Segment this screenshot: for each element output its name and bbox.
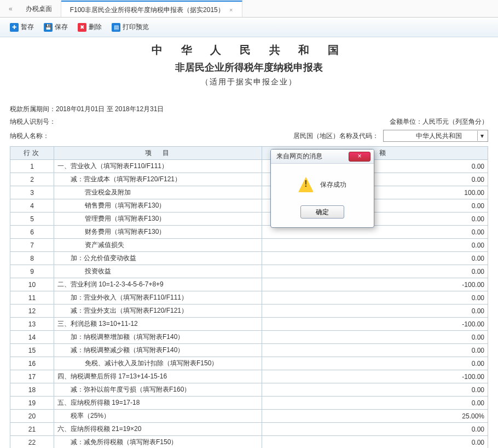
table-row: 12减：营业外支出（填写附表F120/F121）0.00: [10, 305, 488, 318]
row-number: 21: [10, 423, 54, 436]
row-number: 13: [10, 318, 54, 331]
row-number: 11: [10, 291, 54, 305]
table-row: 20税率（25%）25.00%: [10, 410, 488, 423]
taxpayer-id-label: 纳税人识别号：: [10, 117, 56, 127]
row-number: 20: [10, 410, 54, 423]
table-row: 15减：纳税调整减少额（填写附表F140）0.00: [10, 344, 488, 357]
taxpayer-id-row: 纳税人识别号： 金额单位：人民币元（列至角分）: [10, 117, 488, 127]
dialog-message: 保存成功: [320, 180, 346, 189]
tab-f100[interactable]: F100非居民企业所得税年度纳税申报表（据实2015） ×: [61, 1, 242, 17]
dayin-button[interactable]: ▤打印预览: [107, 20, 153, 34]
row-amount[interactable]: 0.00: [262, 239, 488, 252]
row-item: 减：营业成本（填写附表F120/F121）: [54, 173, 262, 186]
row-number: 9: [10, 265, 54, 278]
taxpayer-name-label: 纳税人名称：: [10, 131, 49, 141]
row-number: 1: [10, 160, 54, 173]
table-row: 11加：营业外收入（填写附表F110/F111）0.00: [10, 291, 488, 305]
row-item: 资产减值损失: [54, 239, 262, 252]
row-number: 2: [10, 173, 54, 186]
row-amount[interactable]: 0.00: [262, 423, 488, 436]
row-number: 17: [10, 370, 54, 383]
row-number: 5: [10, 212, 54, 226]
delete-icon: ✖: [78, 23, 86, 32]
row-amount[interactable]: -100.00: [262, 318, 488, 331]
row-item: 加：营业外收入（填写附表F110/F111）: [54, 291, 262, 305]
warning-icon: [298, 177, 314, 192]
row-item: 四、纳税调整后所得 17=13+14-15-16: [54, 370, 262, 383]
row-item: 一、营业收入（填写附表F110/F111）: [54, 160, 262, 173]
row-amount[interactable]: -100.00: [262, 370, 488, 383]
close-icon[interactable]: ×: [229, 7, 233, 13]
row-amount[interactable]: 0.00: [262, 344, 488, 357]
row-amount[interactable]: 0.00: [262, 331, 488, 344]
table-row: 22减：减免所得税额（填写附表F150）0.00: [10, 436, 488, 449]
row-number: 18: [10, 383, 54, 397]
table-row: 5管理费用（填写附表F130）0.00: [10, 212, 488, 226]
row-item: 免税、减计收入及加计扣除（填写附表F150）: [54, 357, 262, 370]
row-number: 16: [10, 357, 54, 370]
tab-bar: « 办税桌面 F100非居民企业所得税年度纳税申报表（据实2015） ×: [0, 0, 498, 18]
country-title: 中 华 人 民 共 和 国: [10, 43, 488, 58]
baocun-button[interactable]: 💾保存: [39, 20, 72, 34]
row-amount[interactable]: 0.00: [262, 383, 488, 397]
row-number: 14: [10, 331, 54, 344]
row-item: 减：减免所得税额（填写附表F150）: [54, 436, 262, 449]
row-number: 22: [10, 436, 54, 449]
row-amount[interactable]: 0.00: [262, 265, 488, 278]
report-title: 非居民企业所得税年度纳税申报表: [10, 61, 488, 74]
title-block: 中 华 人 民 共 和 国 非居民企业所得税年度纳税申报表 （适用于据实申报企业…: [10, 43, 488, 87]
dialog-ok-button[interactable]: 确定: [300, 205, 344, 219]
row-item: 五、应纳税所得额 19=17-18: [54, 397, 262, 410]
period-value: 2018年01月01日 至 2018年12月31日: [56, 105, 164, 113]
row-item: 减：纳税调整减少额（填写附表F140）: [54, 344, 262, 357]
dialog-titlebar: 来自网页的消息 ×: [271, 150, 374, 164]
collapse-icon[interactable]: «: [4, 3, 17, 15]
row-amount[interactable]: 25.00%: [262, 410, 488, 423]
save-icon: 💾: [44, 23, 53, 32]
row-amount[interactable]: 0.00: [262, 291, 488, 305]
taxpayer-name-row: 纳税人名称： 居民国（地区）名称及代码： 中华人民共和国: [10, 130, 488, 142]
row-item: 三、利润总额 13=10+11-12: [54, 318, 262, 331]
shanchu-button[interactable]: ✖删除: [73, 20, 106, 34]
row-item: 销售费用（填写附表F130）: [54, 199, 262, 212]
row-item: 加：公允价值变动收益: [54, 252, 262, 265]
table-row: 19五、应纳税所得额 19=17-180.00: [10, 397, 488, 410]
row-item: 减：营业外支出（填写附表F120/F121）: [54, 305, 262, 318]
row-number: 12: [10, 305, 54, 318]
row-amount[interactable]: 0.00: [262, 252, 488, 265]
toolbar: ✚暂存 💾保存 ✖删除 ▤打印预览: [0, 18, 498, 37]
row-number: 3: [10, 186, 54, 199]
tab-desktop[interactable]: 办税桌面: [17, 1, 61, 17]
table-row: 17四、纳税调整后所得 17=13+14-15-16-100.00: [10, 370, 488, 383]
dialog-close-button[interactable]: ×: [349, 152, 370, 162]
row-item: 减：弥补以前年度亏损（填写附表F160）: [54, 383, 262, 397]
table-row: 14加：纳税调整增加额（填写附表F140）0.00: [10, 331, 488, 344]
row-amount[interactable]: 0.00: [262, 436, 488, 449]
table-row: 3营业税金及附加100.00: [10, 186, 488, 199]
zancun-button[interactable]: ✚暂存: [5, 20, 38, 34]
table-row: 1一、营业收入（填写附表F110/F111）0.00: [10, 160, 488, 173]
row-item: 二、营业利润 10=1-2-3-4-5-6-7+8+9: [54, 278, 262, 291]
row-amount[interactable]: 0.00: [262, 305, 488, 318]
table-row: 21六、应纳所得税额 21=19×200.00: [10, 423, 488, 436]
col-row-header: 行次: [10, 147, 54, 160]
row-amount[interactable]: 0.00: [262, 357, 488, 370]
country-select[interactable]: 中华人民共和国: [383, 130, 488, 142]
period-row: 税款所属期间：2018年01月01日 至 2018年12月31日: [10, 105, 488, 114]
row-item: 财务费用（填写附表F130）: [54, 226, 262, 239]
row-number: 15: [10, 344, 54, 357]
table-row: 2减：营业成本（填写附表F120/F121）0.00: [10, 173, 488, 186]
row-item: 六、应纳所得税额 21=19×20: [54, 423, 262, 436]
row-number: 10: [10, 278, 54, 291]
table-row: 16免税、减计收入及加计扣除（填写附表F150）0.00: [10, 357, 488, 370]
row-number: 6: [10, 226, 54, 239]
row-amount[interactable]: -100.00: [262, 278, 488, 291]
row-item: 管理费用（填写附表F130）: [54, 212, 262, 226]
row-amount[interactable]: 0.00: [262, 397, 488, 410]
row-item: 投资收益: [54, 265, 262, 278]
dialog-body: 保存成功 确定: [271, 164, 374, 227]
table-row: 7资产减值损失0.00: [10, 239, 488, 252]
tab-label: F100非居民企业所得税年度纳税申报表（据实2015）: [70, 6, 224, 14]
save-draft-icon: ✚: [10, 23, 19, 32]
row-number: 7: [10, 239, 54, 252]
